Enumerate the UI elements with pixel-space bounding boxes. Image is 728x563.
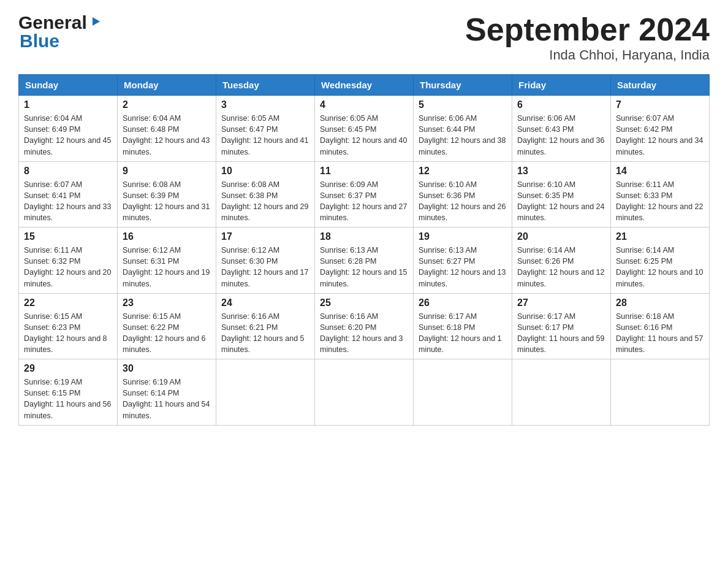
day-number: 3	[221, 99, 309, 110]
day-number: 23	[123, 297, 211, 308]
table-row: 2 Sunrise: 6:04 AMSunset: 6:48 PMDayligh…	[118, 96, 216, 162]
calendar-week-row: 29 Sunrise: 6:19 AMSunset: 6:15 PMDaylig…	[19, 359, 710, 426]
day-number: 24	[221, 297, 309, 308]
table-row: 9 Sunrise: 6:08 AMSunset: 6:39 PMDayligh…	[118, 161, 216, 228]
logo-arrow-icon	[89, 15, 102, 31]
table-row	[611, 359, 710, 426]
day-info: Sunrise: 6:07 AMSunset: 6:42 PMDaylight:…	[616, 114, 703, 156]
day-number: 13	[517, 166, 605, 177]
day-number: 28	[616, 297, 704, 308]
col-thursday: Thursday	[414, 75, 512, 96]
logo-general-text: General	[18, 12, 87, 33]
day-info: Sunrise: 6:19 AMSunset: 6:15 PMDaylight:…	[24, 378, 111, 419]
day-number: 6	[517, 99, 605, 110]
day-info: Sunrise: 6:15 AMSunset: 6:22 PMDaylight:…	[123, 312, 206, 354]
calendar-week-row: 8 Sunrise: 6:07 AMSunset: 6:41 PMDayligh…	[19, 161, 710, 228]
table-row: 22 Sunrise: 6:15 AMSunset: 6:23 PMDaylig…	[19, 293, 118, 359]
day-info: Sunrise: 6:13 AMSunset: 6:28 PMDaylight:…	[320, 246, 407, 288]
day-number: 14	[616, 166, 704, 177]
table-row: 19 Sunrise: 6:13 AMSunset: 6:27 PMDaylig…	[414, 228, 512, 294]
table-row	[414, 359, 512, 426]
day-number: 26	[419, 297, 507, 308]
table-row: 4 Sunrise: 6:05 AMSunset: 6:45 PMDayligh…	[315, 96, 414, 162]
day-number: 22	[24, 297, 112, 308]
table-row: 7 Sunrise: 6:07 AMSunset: 6:42 PMDayligh…	[611, 96, 710, 162]
day-info: Sunrise: 6:06 AMSunset: 6:43 PMDaylight:…	[517, 114, 604, 156]
table-row: 10 Sunrise: 6:08 AMSunset: 6:38 PMDaylig…	[216, 161, 315, 228]
calendar-header-row: Sunday Monday Tuesday Wednesday Thursday…	[19, 75, 710, 96]
day-info: Sunrise: 6:19 AMSunset: 6:14 PMDaylight:…	[123, 378, 210, 419]
day-number: 8	[24, 166, 112, 177]
day-number: 17	[221, 231, 309, 242]
calendar-week-row: 15 Sunrise: 6:11 AMSunset: 6:32 PMDaylig…	[19, 228, 710, 294]
day-number: 1	[24, 99, 112, 110]
table-row: 30 Sunrise: 6:19 AMSunset: 6:14 PMDaylig…	[118, 359, 216, 426]
day-number: 25	[320, 297, 408, 308]
table-row: 26 Sunrise: 6:17 AMSunset: 6:18 PMDaylig…	[414, 293, 512, 359]
day-info: Sunrise: 6:17 AMSunset: 6:17 PMDaylight:…	[517, 312, 604, 354]
table-row: 6 Sunrise: 6:06 AMSunset: 6:43 PMDayligh…	[512, 96, 611, 162]
day-number: 20	[517, 231, 605, 242]
day-number: 19	[419, 231, 507, 242]
day-number: 2	[123, 99, 211, 110]
day-info: Sunrise: 6:16 AMSunset: 6:20 PMDaylight:…	[320, 312, 403, 354]
calendar-table: Sunday Monday Tuesday Wednesday Thursday…	[18, 74, 710, 426]
table-row: 29 Sunrise: 6:19 AMSunset: 6:15 PMDaylig…	[19, 359, 118, 426]
col-sunday: Sunday	[19, 75, 118, 96]
day-info: Sunrise: 6:07 AMSunset: 6:41 PMDaylight:…	[24, 180, 111, 222]
table-row: 21 Sunrise: 6:14 AMSunset: 6:25 PMDaylig…	[611, 228, 710, 294]
day-info: Sunrise: 6:12 AMSunset: 6:30 PMDaylight:…	[221, 246, 308, 288]
day-info: Sunrise: 6:10 AMSunset: 6:36 PMDaylight:…	[419, 180, 506, 222]
day-info: Sunrise: 6:08 AMSunset: 6:38 PMDaylight:…	[221, 180, 308, 222]
day-number: 30	[123, 363, 211, 374]
day-info: Sunrise: 6:08 AMSunset: 6:39 PMDaylight:…	[123, 180, 210, 222]
day-info: Sunrise: 6:15 AMSunset: 6:23 PMDaylight:…	[24, 312, 107, 354]
day-info: Sunrise: 6:05 AMSunset: 6:47 PMDaylight:…	[221, 114, 308, 156]
table-row: 16 Sunrise: 6:12 AMSunset: 6:31 PMDaylig…	[118, 228, 216, 294]
table-row: 27 Sunrise: 6:17 AMSunset: 6:17 PMDaylig…	[512, 293, 611, 359]
page-header: General Blue September 2024 Inda Chhoi, …	[18, 12, 710, 63]
day-info: Sunrise: 6:14 AMSunset: 6:25 PMDaylight:…	[616, 246, 703, 288]
day-info: Sunrise: 6:09 AMSunset: 6:37 PMDaylight:…	[320, 180, 407, 222]
col-saturday: Saturday	[611, 75, 710, 96]
day-number: 12	[419, 166, 507, 177]
table-row: 18 Sunrise: 6:13 AMSunset: 6:28 PMDaylig…	[315, 228, 414, 294]
day-info: Sunrise: 6:18 AMSunset: 6:16 PMDaylight:…	[616, 312, 703, 354]
table-row: 1 Sunrise: 6:04 AMSunset: 6:49 PMDayligh…	[19, 96, 118, 162]
col-wednesday: Wednesday	[315, 75, 414, 96]
day-info: Sunrise: 6:16 AMSunset: 6:21 PMDaylight:…	[221, 312, 305, 354]
table-row: 12 Sunrise: 6:10 AMSunset: 6:36 PMDaylig…	[414, 161, 512, 228]
table-row: 13 Sunrise: 6:10 AMSunset: 6:35 PMDaylig…	[512, 161, 611, 228]
table-row: 11 Sunrise: 6:09 AMSunset: 6:37 PMDaylig…	[315, 161, 414, 228]
table-row: 3 Sunrise: 6:05 AMSunset: 6:47 PMDayligh…	[216, 96, 315, 162]
calendar-subtitle: Inda Chhoi, Haryana, India	[465, 47, 710, 63]
table-row: 28 Sunrise: 6:18 AMSunset: 6:16 PMDaylig…	[611, 293, 710, 359]
day-info: Sunrise: 6:13 AMSunset: 6:27 PMDaylight:…	[419, 246, 506, 288]
calendar-week-row: 22 Sunrise: 6:15 AMSunset: 6:23 PMDaylig…	[19, 293, 710, 359]
svg-marker-0	[93, 17, 100, 26]
table-row: 14 Sunrise: 6:11 AMSunset: 6:33 PMDaylig…	[611, 161, 710, 228]
day-number: 11	[320, 166, 408, 177]
table-row	[216, 359, 315, 426]
day-info: Sunrise: 6:04 AMSunset: 6:48 PMDaylight:…	[123, 114, 210, 156]
table-row	[512, 359, 611, 426]
table-row: 17 Sunrise: 6:12 AMSunset: 6:30 PMDaylig…	[216, 228, 315, 294]
table-row: 8 Sunrise: 6:07 AMSunset: 6:41 PMDayligh…	[19, 161, 118, 228]
table-row: 15 Sunrise: 6:11 AMSunset: 6:32 PMDaylig…	[19, 228, 118, 294]
day-info: Sunrise: 6:12 AMSunset: 6:31 PMDaylight:…	[123, 246, 210, 288]
day-number: 27	[517, 297, 605, 308]
logo: General Blue	[18, 12, 102, 52]
calendar-title: September 2024	[465, 12, 710, 47]
title-block: September 2024 Inda Chhoi, Haryana, Indi…	[465, 12, 710, 63]
table-row	[315, 359, 414, 426]
day-info: Sunrise: 6:14 AMSunset: 6:26 PMDaylight:…	[517, 246, 604, 288]
col-friday: Friday	[512, 75, 611, 96]
day-number: 16	[123, 231, 211, 242]
day-info: Sunrise: 6:10 AMSunset: 6:35 PMDaylight:…	[517, 180, 604, 222]
day-info: Sunrise: 6:17 AMSunset: 6:18 PMDaylight:…	[419, 312, 502, 354]
day-number: 10	[221, 166, 309, 177]
day-number: 21	[616, 231, 704, 242]
day-number: 29	[24, 363, 112, 374]
table-row: 23 Sunrise: 6:15 AMSunset: 6:22 PMDaylig…	[118, 293, 216, 359]
day-info: Sunrise: 6:04 AMSunset: 6:49 PMDaylight:…	[24, 114, 111, 156]
